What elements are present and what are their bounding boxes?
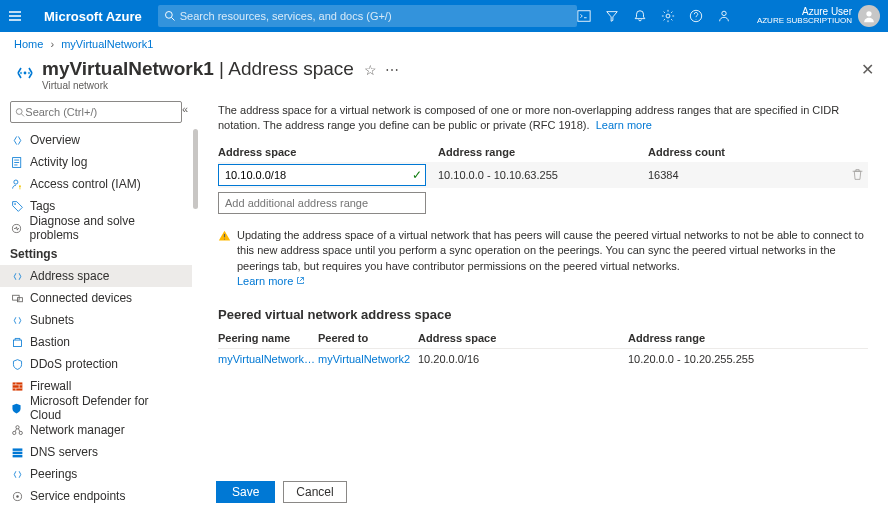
svg-point-15 — [14, 203, 16, 205]
avatar-icon — [858, 5, 880, 27]
sidebar-item-diagnose[interactable]: Diagnose and solve problems — [0, 217, 192, 239]
sidebar-item-activity-log[interactable]: Activity log — [0, 151, 192, 173]
address-table-header: Address space Address range Address coun… — [218, 142, 868, 162]
sidebar-item-ddos[interactable]: DDoS protection — [0, 353, 192, 375]
footer-buttons: Save Cancel — [216, 481, 347, 503]
breadcrumb-separator: › — [50, 38, 54, 50]
address-count-value: 16384 — [648, 169, 851, 181]
shield-icon — [10, 357, 24, 371]
peered-to-link[interactable]: myVirtualNetwork2 — [318, 353, 418, 365]
sidebar-item-network-manager[interactable]: Network manager — [0, 419, 192, 441]
notifications-icon[interactable] — [633, 9, 647, 23]
external-link-icon — [296, 276, 305, 285]
svg-point-9 — [28, 72, 30, 74]
svg-point-28 — [16, 495, 18, 497]
close-icon[interactable]: ✕ — [861, 60, 874, 79]
favorite-icon[interactable]: ☆ — [364, 62, 377, 78]
sidebar-item-peerings[interactable]: Peerings — [0, 463, 192, 485]
address-space-input[interactable] — [218, 164, 426, 186]
breadcrumb-resource[interactable]: myVirtualNetwork1 — [61, 38, 153, 50]
address-row: ✓ 10.10.0.0 - 10.10.63.255 16384 — [218, 162, 868, 188]
global-search[interactable] — [158, 5, 577, 27]
dns-icon — [10, 445, 24, 459]
devices-icon — [10, 291, 24, 305]
cancel-button[interactable]: Cancel — [283, 481, 346, 503]
user-account[interactable]: Azure User AZURE SUBSCRIPTIUON — [757, 5, 880, 27]
azure-topbar: Microsoft Azure Azure User AZURE SUBSCRI… — [0, 0, 888, 32]
svg-point-3 — [666, 14, 670, 18]
sidebar-item-defender[interactable]: Microsoft Defender for Cloud — [0, 397, 192, 419]
network-manager-icon — [10, 423, 24, 437]
svg-point-10 — [16, 108, 22, 114]
save-button[interactable]: Save — [216, 481, 275, 503]
breadcrumb-home[interactable]: Home — [14, 38, 43, 50]
private-endpoints-icon — [10, 511, 24, 513]
hamburger-icon[interactable] — [8, 9, 28, 23]
peer-row: myVirtualNetwork1-my… myVirtualNetwork2 … — [218, 348, 868, 369]
cloud-shell-icon[interactable] — [577, 9, 591, 23]
peered-section-title: Peered virtual network address space — [218, 307, 868, 322]
page-header: myVirtualNetwork1 | Address space Virtua… — [0, 56, 888, 99]
iam-icon — [10, 177, 24, 191]
svg-rect-25 — [12, 451, 22, 453]
scrollbar[interactable] — [192, 99, 198, 513]
peer-name-link[interactable]: myVirtualNetwork1-my… — [218, 353, 318, 365]
sidebar-section-settings: Settings — [0, 239, 192, 265]
svg-rect-2 — [578, 11, 590, 22]
sidebar-item-bastion[interactable]: Bastion — [0, 331, 192, 353]
warning-banner: Updating the address space of a virtual … — [218, 228, 868, 290]
description-text: The address space for a virtual network … — [206, 99, 868, 142]
svg-point-6 — [866, 11, 871, 16]
address-space-icon — [10, 269, 24, 283]
service-endpoints-icon — [10, 489, 24, 503]
learn-more-link[interactable]: Learn more — [596, 119, 652, 131]
more-icon[interactable]: ⋯ — [385, 62, 399, 78]
svg-point-5 — [722, 11, 726, 15]
add-address-input[interactable] — [218, 192, 426, 214]
brand-label: Microsoft Azure — [44, 9, 142, 24]
feedback-icon[interactable] — [717, 9, 731, 23]
sidebar-item-connected-devices[interactable]: Connected devices — [0, 287, 192, 309]
firewall-icon — [10, 379, 24, 393]
svg-point-14 — [18, 185, 20, 187]
sidebar: « Overview Activity log Access control (… — [0, 99, 192, 513]
sidebar-item-service-endpoints[interactable]: Service endpoints — [0, 485, 192, 507]
collapse-sidebar-icon[interactable]: « — [182, 103, 188, 115]
sidebar-item-dns[interactable]: DNS servers — [0, 441, 192, 463]
settings-icon[interactable] — [661, 9, 675, 23]
global-search-input[interactable] — [180, 10, 571, 22]
sidebar-item-iam[interactable]: Access control (IAM) — [0, 173, 192, 195]
filter-icon[interactable] — [605, 9, 619, 23]
delete-row-icon[interactable] — [851, 168, 864, 181]
svg-line-1 — [171, 18, 174, 21]
col-peer-address-space: Address space — [418, 332, 628, 344]
search-icon — [15, 107, 25, 118]
svg-rect-19 — [13, 340, 21, 347]
search-icon — [164, 10, 176, 22]
page-title: myVirtualNetwork1 | Address space — [42, 58, 354, 80]
address-range-value: 10.10.0.0 - 10.10.63.255 — [438, 169, 648, 181]
svg-line-11 — [21, 113, 24, 116]
valid-check-icon: ✓ — [412, 168, 422, 182]
peer-address-range: 10.20.0.0 - 10.20.255.255 — [628, 353, 868, 365]
sidebar-item-address-space[interactable]: Address space — [0, 265, 192, 287]
defender-icon — [10, 401, 24, 415]
subnets-icon — [10, 313, 24, 327]
sidebar-search[interactable] — [10, 101, 182, 123]
peer-address-space: 10.20.0.0/16 — [418, 353, 628, 365]
svg-point-8 — [20, 72, 22, 74]
help-icon[interactable] — [689, 9, 703, 23]
svg-point-7 — [24, 72, 27, 75]
col-address-range: Address range — [438, 146, 648, 158]
main-content: The address space for a virtual network … — [192, 99, 888, 513]
warning-learn-more-link[interactable]: Learn more — [237, 275, 305, 287]
tag-icon — [10, 199, 24, 213]
sidebar-item-subnets[interactable]: Subnets — [0, 309, 192, 331]
svg-rect-20 — [12, 382, 22, 390]
sidebar-item-overview[interactable]: Overview — [0, 129, 192, 151]
sidebar-item-private-endpoints[interactable]: Private endpoints — [0, 507, 192, 513]
log-icon — [10, 155, 24, 169]
sidebar-search-input[interactable] — [25, 106, 177, 118]
col-peered-to: Peered to — [318, 332, 418, 344]
breadcrumb: Home › myVirtualNetwork1 — [0, 32, 888, 56]
